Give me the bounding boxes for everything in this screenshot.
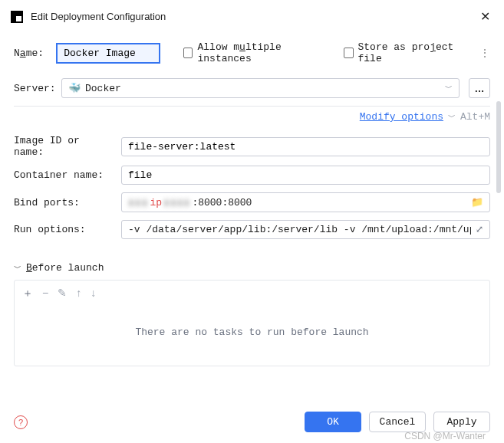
expand-icon[interactable]: ⤢ bbox=[476, 224, 483, 235]
move-up-button[interactable]: ↑ bbox=[76, 287, 81, 300]
ok-button[interactable]: OK bbox=[305, 412, 361, 432]
name-input[interactable] bbox=[56, 43, 160, 64]
app-icon bbox=[11, 11, 23, 23]
modify-options-link[interactable]: Modify options bbox=[360, 111, 443, 123]
run-options-input[interactable]: -v /data/server/app/lib:/server/lib -v /… bbox=[121, 220, 490, 239]
caret-down-icon: ﹀ bbox=[14, 263, 21, 274]
help-icon[interactable]: ? bbox=[14, 415, 28, 429]
add-task-button[interactable]: ＋ bbox=[22, 287, 33, 300]
bind-ports-value: :8000:8000 bbox=[192, 197, 252, 208]
before-launch-toggle[interactable]: ﹀ Before launch bbox=[14, 262, 490, 274]
run-options-value: -v /data/server/app/lib:/server/lib -v /… bbox=[128, 224, 471, 235]
container-name-input[interactable] bbox=[121, 166, 490, 185]
server-select[interactable]: 🐳 Docker ﹀ bbox=[61, 78, 460, 98]
allow-multiple-checkbox[interactable] bbox=[183, 48, 193, 58]
run-options-label: Run options: bbox=[14, 224, 115, 235]
scrollbar[interactable] bbox=[496, 101, 501, 193]
image-id-input[interactable] bbox=[121, 137, 490, 156]
divider bbox=[14, 106, 490, 107]
move-down-button[interactable]: ↓ bbox=[91, 287, 96, 300]
ip-badge: ip bbox=[150, 197, 162, 208]
cancel-button[interactable]: Cancel bbox=[369, 412, 426, 432]
bind-ports-input[interactable]: ▮▮▮ ip ▮▮▮▮ :8000:8000 📁 bbox=[121, 192, 490, 212]
folder-icon[interactable]: 📁 bbox=[471, 196, 483, 208]
before-launch-panel: ＋ − ✎ ↑ ↓ There are no tasks to run befo… bbox=[14, 280, 490, 366]
apply-button[interactable]: Apply bbox=[433, 412, 490, 432]
modify-shortcut: Alt+M bbox=[460, 111, 490, 123]
bind-ports-label: Bind ports: bbox=[14, 197, 115, 208]
chevron-down-icon: ﹀ bbox=[445, 83, 453, 94]
store-as-project-label: Store as project file bbox=[358, 41, 466, 64]
remove-task-button[interactable]: − bbox=[42, 287, 48, 300]
close-icon[interactable]: ✕ bbox=[477, 8, 493, 25]
edit-task-button[interactable]: ✎ bbox=[58, 287, 67, 300]
titlebar: Edit Deployment Configuration ✕ bbox=[0, 0, 504, 32]
server-value: Docker bbox=[85, 83, 121, 94]
more-icon[interactable]: ⋮ bbox=[479, 47, 490, 59]
docker-icon: 🐳 bbox=[68, 82, 81, 94]
server-label: Server: bbox=[14, 83, 52, 94]
container-name-label: Container name: bbox=[14, 169, 115, 181]
image-id-label: Image ID or name: bbox=[14, 135, 115, 158]
store-as-project-checkbox[interactable] bbox=[344, 48, 353, 58]
dialog-title: Edit Deployment Configuration bbox=[31, 11, 166, 22]
before-launch-empty-text: There are no tasks to run before launch bbox=[19, 307, 485, 361]
server-browse-button[interactable]: … bbox=[469, 78, 490, 98]
chevron-down-icon: ﹀ bbox=[448, 112, 456, 123]
allow-multiple-label: Allow multiple instances bbox=[197, 41, 321, 64]
name-label: Name: bbox=[14, 48, 47, 59]
